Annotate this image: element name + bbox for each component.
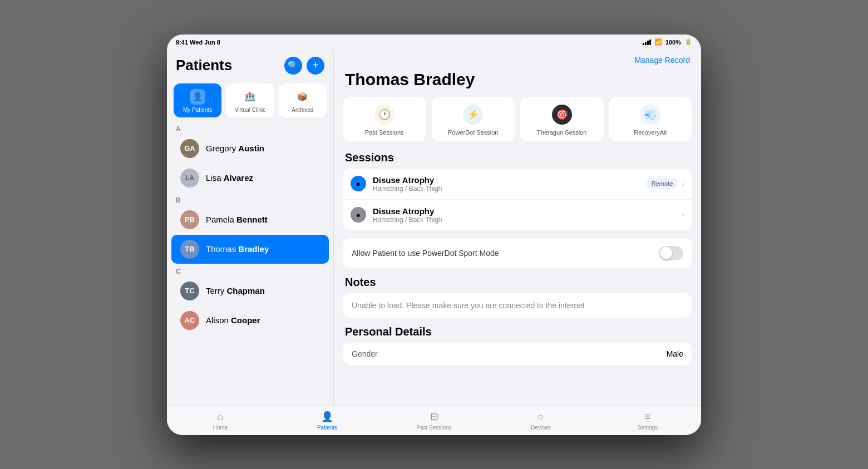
personal-details-title: Personal Details: [343, 325, 692, 338]
card-recoveryair[interactable]: 💨 RecoveryAir: [609, 97, 693, 141]
recoveryair-icon: 💨: [640, 105, 660, 125]
notes-section: Notes Unable to load. Please make sure y…: [343, 276, 692, 318]
sidebar-actions: 🔍 +: [284, 57, 324, 75]
section-letter-b: B: [167, 193, 333, 205]
detail-header: Manage Record: [334, 50, 701, 68]
sessions-list: ● Disuse Atrophy Hamstring / Back Thigh …: [343, 169, 692, 230]
notes-title: Notes: [343, 276, 692, 289]
toggle-label: Allow Patient to use PowerDot Sport Mode: [352, 249, 659, 258]
card-theragun[interactable]: 🎯 Theragun Session: [520, 97, 604, 141]
session-row-2[interactable]: ● Disuse Atrophy Hamstring / Back Thigh …: [343, 200, 692, 230]
detail-panel: Manage Record Thomas Bradley 🕐 Past Sess…: [334, 50, 701, 405]
section-letter-c: C: [167, 264, 333, 277]
notes-box: Unable to load. Please make sure you are…: [343, 293, 692, 318]
avatar-gregory-austin: GA: [180, 139, 199, 158]
card-past-sessions-label: Past Sessions: [365, 129, 404, 136]
avatar-alison-cooper: AC: [180, 311, 199, 330]
tab-patients[interactable]: 👤 Patients: [274, 407, 381, 433]
tab-home[interactable]: ⌂ Home: [167, 408, 274, 433]
tab-devices[interactable]: ○ Devices: [487, 408, 594, 433]
patient-row-gregory-austin[interactable]: GA Gregory Austin: [171, 134, 329, 163]
avatar-pamela-bennett: PB: [180, 210, 199, 229]
cards-row: 🕐 Past Sessions ⚡ PowerDot Session 🎯 The…: [334, 97, 701, 149]
virtual-clinic-icon: 🏥: [242, 89, 258, 105]
my-patients-icon: 👤: [190, 89, 205, 105]
session-right-2: ›: [682, 210, 684, 219]
chevron-icon-1: ›: [682, 179, 684, 188]
patients-icon: 👤: [321, 411, 333, 423]
detail-row-gender: Gender Male: [343, 343, 692, 365]
segment-control: 👤 My Patients 🏥 Virtual Clinic 📦 Archive…: [167, 79, 333, 122]
main-area: Patients 🔍 + 👤 My Patients 🏥: [167, 50, 701, 405]
patient-name-lisa-alvarez: Lisa Alvarez: [206, 173, 253, 182]
tab-settings[interactable]: ≡ Settings: [594, 408, 701, 433]
notes-error-text: Unable to load. Please make sure you are…: [352, 301, 585, 310]
avatar-terry-chapman: TC: [180, 282, 199, 300]
section-letter-a: A: [167, 122, 333, 134]
session-dot-2: ●: [351, 207, 366, 223]
devices-icon: ○: [538, 411, 544, 423]
manage-record-button[interactable]: Manage Record: [634, 56, 690, 65]
session-sub-2: Hamstring / Back Thigh: [373, 216, 682, 224]
signal-icon: [643, 40, 651, 45]
status-time: 9:41 Wed Jun 8: [176, 39, 220, 46]
archived-icon: 📦: [295, 89, 310, 105]
session-info-2: Disuse Atrophy Hamstring / Back Thigh: [373, 206, 682, 224]
session-name-1: Disuse Atrophy: [373, 175, 647, 185]
sidebar-header: Patients 🔍 +: [167, 50, 333, 79]
app-content: Patients 🔍 + 👤 My Patients 🏥: [167, 50, 701, 435]
sport-mode-toggle[interactable]: [659, 246, 683, 260]
session-name-2: Disuse Atrophy: [373, 206, 682, 216]
gender-value: Male: [667, 349, 683, 358]
sidebar-title: Patients: [176, 57, 232, 74]
sessions-section-title: Sessions: [334, 149, 701, 169]
search-button[interactable]: 🔍: [284, 57, 302, 75]
card-theragun-label: Theragun Session: [537, 129, 586, 136]
session-right-1: Remote ›: [647, 179, 684, 189]
avatar-thomas-bradley: TB: [180, 240, 199, 259]
tab-past-sessions[interactable]: ⊟ Past Sessions: [381, 407, 487, 433]
device-frame: 9:41 Wed Jun 8 📶 100% 🔋 Patient: [167, 34, 701, 435]
card-past-sessions[interactable]: 🕐 Past Sessions: [343, 97, 426, 141]
status-indicators: 📶 100% 🔋: [643, 38, 692, 46]
personal-details-section: Personal Details Gender Male: [343, 325, 692, 365]
session-info-1: Disuse Atrophy Hamstring / Back Thigh: [373, 175, 647, 192]
session-row-1[interactable]: ● Disuse Atrophy Hamstring / Back Thigh …: [343, 169, 692, 200]
avatar-lisa-alvarez: LA: [180, 169, 199, 187]
card-recoveryair-label: RecoveryAir: [634, 129, 667, 136]
powerdot-icon: ⚡: [463, 105, 483, 125]
patient-name-pamela-bennett: Pamela Bennett: [206, 215, 268, 224]
patient-row-alison-cooper[interactable]: AC Alison Cooper: [171, 306, 329, 335]
card-powerdot-label: PowerDot Session: [448, 129, 499, 136]
patient-detail-name: Thomas Bradley: [334, 68, 701, 97]
segment-archived[interactable]: 📦 Archived: [279, 83, 327, 117]
patient-name-thomas-bradley: Thomas Bradley: [206, 244, 269, 254]
card-powerdot[interactable]: ⚡ PowerDot Session: [432, 97, 515, 141]
remote-badge: Remote: [647, 179, 678, 189]
patient-row-terry-chapman[interactable]: TC Terry Chapman: [171, 277, 329, 305]
patient-row-thomas-bradley[interactable]: TB Thomas Bradley: [171, 235, 329, 264]
toggle-knob: [660, 247, 672, 259]
gender-key: Gender: [352, 349, 378, 358]
settings-icon: ≡: [645, 411, 651, 423]
past-sessions-icon: 🕐: [374, 105, 394, 125]
sidebar: Patients 🔍 + 👤 My Patients 🏥: [167, 50, 334, 405]
status-bar: 9:41 Wed Jun 8 📶 100% 🔋: [167, 34, 701, 50]
patient-name-gregory-austin: Gregory Austin: [206, 144, 264, 153]
chevron-icon-2: ›: [682, 210, 684, 219]
session-sub-1: Hamstring / Back Thigh: [373, 185, 647, 192]
patient-name-alison-cooper: Alison Cooper: [206, 315, 260, 325]
add-patient-button[interactable]: +: [307, 57, 324, 75]
session-dot-1: ●: [351, 176, 366, 191]
home-icon: ⌂: [218, 411, 224, 423]
patient-row-pamela-bennett[interactable]: PB Pamela Bennett: [171, 205, 329, 234]
theragun-icon: 🎯: [552, 105, 572, 125]
past-sessions-tab-icon: ⊟: [430, 411, 438, 423]
patient-list: A GA Gregory Austin LA Lisa Alvarez B P: [167, 122, 333, 405]
segment-virtual-clinic[interactable]: 🏥 Virtual Clinic: [226, 83, 274, 117]
toggle-row: Allow Patient to use PowerDot Sport Mode: [343, 238, 692, 268]
battery-label: 100%: [665, 39, 681, 46]
wifi-icon: 📶: [654, 38, 662, 46]
segment-my-patients[interactable]: 👤 My Patients: [174, 83, 221, 117]
patient-row-lisa-alvarez[interactable]: LA Lisa Alvarez: [171, 164, 329, 192]
